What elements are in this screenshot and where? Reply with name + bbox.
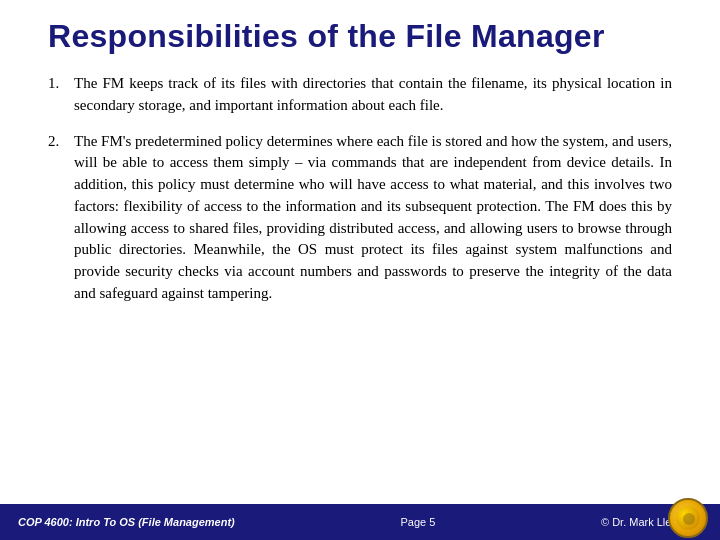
footer-page: Page 5: [400, 516, 435, 528]
slide-title: Responsibilities of the File Manager: [48, 18, 672, 55]
list-item: 1. The FM keeps track of its files with …: [48, 73, 672, 117]
list-item-2: 2. The FM's predetermined policy determi…: [48, 131, 672, 305]
footer: COP 4600: Intro To OS (File Management) …: [0, 504, 720, 540]
list-text-2: The FM's predetermined policy determines…: [74, 131, 672, 305]
list-number-1: 1.: [48, 73, 74, 117]
content-area: Responsibilities of the File Manager 1. …: [0, 0, 720, 504]
list-text-1: The FM keeps track of its files with dir…: [74, 73, 672, 117]
footer-logo: [666, 496, 710, 540]
slide: Responsibilities of the File Manager 1. …: [0, 0, 720, 540]
logo-circle: [668, 498, 708, 538]
footer-course: COP 4600: Intro To OS (File Management): [18, 516, 235, 528]
slide-body: 1. The FM keeps track of its files with …: [48, 73, 672, 494]
list-number-2: 2.: [48, 131, 74, 305]
